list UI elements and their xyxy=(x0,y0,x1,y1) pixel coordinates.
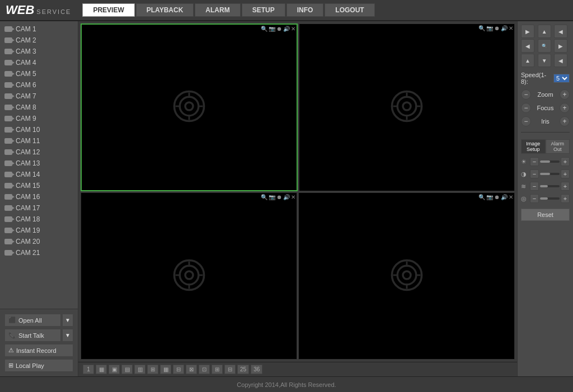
sidebar-item-cam15[interactable]: CAM 15 xyxy=(0,180,78,191)
sidebar-item-cam4[interactable]: CAM 4 xyxy=(0,57,78,68)
ptz-br-button[interactable]: ▲ xyxy=(521,54,534,67)
hue-minus[interactable]: − xyxy=(530,194,539,203)
tab-setup[interactable]: SETUP xyxy=(242,3,285,17)
view-extra3-button[interactable]: ⊟ xyxy=(224,365,236,374)
screenshot-icon-2[interactable]: 📷 xyxy=(486,25,493,31)
view-extra1-button[interactable]: ⊡ xyxy=(199,365,210,374)
iris-plus-button[interactable]: + xyxy=(560,116,570,126)
close-icon-2[interactable]: ✕ xyxy=(509,25,513,31)
open-all-button[interactable]: ⬛ Open All xyxy=(4,314,61,327)
view-extra2-button[interactable]: ⊞ xyxy=(212,365,223,374)
sidebar-item-cam8[interactable]: CAM 8 xyxy=(0,102,78,113)
focus-plus-button[interactable]: + xyxy=(560,103,570,113)
close-icon-4[interactable]: ✕ xyxy=(509,194,513,200)
tab-logout[interactable]: LOGOUT xyxy=(325,3,374,17)
sidebar-item-cam12[interactable]: CAM 12 xyxy=(0,147,78,158)
ptz-tr-button[interactable]: ◀ xyxy=(554,54,567,67)
video-cell-4[interactable]: 🔍 📷 ⏺ 🔊 ✕ xyxy=(298,192,515,360)
screenshot-icon[interactable]: 📷 xyxy=(269,26,275,32)
tab-info[interactable]: INFO xyxy=(286,3,324,17)
focus-minus-button[interactable]: − xyxy=(521,103,531,113)
view-9-button[interactable]: ⊞ xyxy=(147,365,158,374)
sidebar-item-cam3[interactable]: CAM 3 xyxy=(0,46,78,57)
sidebar-item-cam11[interactable]: CAM 11 xyxy=(0,135,78,147)
sidebar-item-cam9[interactable]: CAM 9 xyxy=(0,113,78,124)
hue-plus[interactable]: + xyxy=(561,194,570,203)
sidebar-item-cam18[interactable]: CAM 18 xyxy=(0,214,78,225)
record-icon-3[interactable]: ⏺ xyxy=(276,194,282,200)
zoom-icon-3[interactable]: 🔍 xyxy=(261,194,267,200)
record-icon-4[interactable]: ⏺ xyxy=(494,194,500,200)
video-cell-1[interactable]: 🔍 📷 ⏺ 🔊 ✕ xyxy=(81,23,298,191)
reset-button[interactable]: Reset xyxy=(521,209,570,221)
view-8-button[interactable]: ▥ xyxy=(134,365,145,374)
tab-alarm[interactable]: ALARM xyxy=(195,3,240,17)
zoom-minus-button[interactable]: − xyxy=(521,89,531,100)
tab-alarm-out[interactable]: Alarm Out xyxy=(546,139,570,154)
zoom-plus-button[interactable]: + xyxy=(560,89,570,100)
view-25-button[interactable]: 25 xyxy=(237,365,249,374)
audio-icon-3[interactable]: 🔊 xyxy=(283,194,290,200)
sidebar-item-cam13[interactable]: CAM 13 xyxy=(0,158,78,169)
video-cell-2[interactable]: 🔍 📷 ⏺ 🔊 ✕ xyxy=(299,23,515,191)
sidebar-item-cam14[interactable]: CAM 14 xyxy=(0,169,78,180)
zoom-icon-2[interactable]: 🔍 xyxy=(478,25,485,31)
sidebar-item-cam5[interactable]: CAM 5 xyxy=(0,68,78,79)
screenshot-icon-4[interactable]: 📷 xyxy=(486,194,493,200)
sidebar-item-cam19[interactable]: CAM 19 xyxy=(0,225,78,236)
view-6a-button[interactable]: ▣ xyxy=(109,365,120,374)
sidebar-item-cam2[interactable]: CAM 2 xyxy=(0,35,78,46)
ptz-zoom-icon[interactable]: 🔍 xyxy=(538,39,551,53)
view-4-button[interactable]: ▦ xyxy=(96,365,107,374)
view-13-button[interactable]: ⊟ xyxy=(173,365,184,374)
audio-icon-4[interactable]: 🔊 xyxy=(501,194,508,200)
hue-slider[interactable] xyxy=(540,197,560,200)
brightness-slider[interactable] xyxy=(540,160,560,163)
zoom-icon-4[interactable]: 🔍 xyxy=(478,194,485,200)
contrast-minus[interactable]: − xyxy=(530,169,539,178)
sidebar-item-cam16[interactable]: CAM 16 xyxy=(0,191,78,202)
record-icon[interactable]: ⏺ xyxy=(276,26,282,32)
instant-record-button[interactable]: ⚠ Instant Record xyxy=(4,344,73,357)
view-6b-button[interactable]: ▤ xyxy=(121,365,133,374)
view-16-button[interactable]: ⊠ xyxy=(186,365,197,374)
contrast-slider[interactable] xyxy=(540,173,560,175)
ptz-tl-button[interactable]: ◀ xyxy=(554,25,567,38)
ptz-right-button[interactable]: ▶ xyxy=(554,39,567,53)
ptz-left-button[interactable]: ◀ xyxy=(521,39,534,53)
sidebar-item-cam21[interactable]: CAM 21 xyxy=(0,247,78,258)
tab-image-setup[interactable]: Image Setup xyxy=(521,139,546,154)
screenshot-icon-3[interactable]: 📷 xyxy=(269,194,275,200)
sidebar-item-cam7[interactable]: CAM 7 xyxy=(0,91,78,102)
tab-preview[interactable]: PREVIEW xyxy=(82,3,134,17)
sidebar-item-cam20[interactable]: CAM 20 xyxy=(0,236,78,247)
ptz-play-button[interactable]: ▶ xyxy=(521,25,534,38)
close-icon-3[interactable]: ✕ xyxy=(291,194,295,200)
video-cell-3[interactable]: 🔍 📷 ⏺ 🔊 ✕ xyxy=(81,192,297,360)
view-10-button[interactable]: ▦ xyxy=(160,365,171,374)
sidebar-item-cam10[interactable]: CAM 10 xyxy=(0,124,78,135)
ptz-down-button[interactable]: ▼ xyxy=(538,54,551,67)
zoom-icon[interactable]: 🔍 xyxy=(261,26,267,32)
view-1-button[interactable]: 1 xyxy=(83,365,94,374)
view-36-button[interactable]: 36 xyxy=(251,365,262,374)
brightness-minus[interactable]: − xyxy=(530,157,539,166)
speed-select[interactable]: 5 1234 678 xyxy=(553,74,570,83)
audio-icon[interactable]: 🔊 xyxy=(283,26,290,32)
saturation-plus[interactable]: + xyxy=(561,182,570,191)
sidebar-item-cam1[interactable]: CAM 1 xyxy=(0,23,78,35)
audio-icon-2[interactable]: 🔊 xyxy=(501,25,508,31)
saturation-minus[interactable]: − xyxy=(530,182,539,191)
start-talk-button[interactable]: 📞 Start Talk xyxy=(4,329,61,342)
iris-minus-button[interactable]: − xyxy=(521,116,531,126)
start-talk-arrow[interactable]: ▼ xyxy=(62,329,73,342)
close-icon-1[interactable]: ✕ xyxy=(291,26,295,32)
sidebar-item-cam6[interactable]: CAM 6 xyxy=(0,79,78,91)
sidebar-item-cam17[interactable]: CAM 17 xyxy=(0,202,78,214)
ptz-up-button[interactable]: ▲ xyxy=(538,25,551,38)
brightness-plus[interactable]: + xyxy=(561,157,570,166)
open-all-arrow[interactable]: ▼ xyxy=(62,314,73,327)
contrast-plus[interactable]: + xyxy=(561,169,570,178)
saturation-slider[interactable] xyxy=(540,185,560,187)
tab-playback[interactable]: PLAYBACK xyxy=(136,3,194,17)
